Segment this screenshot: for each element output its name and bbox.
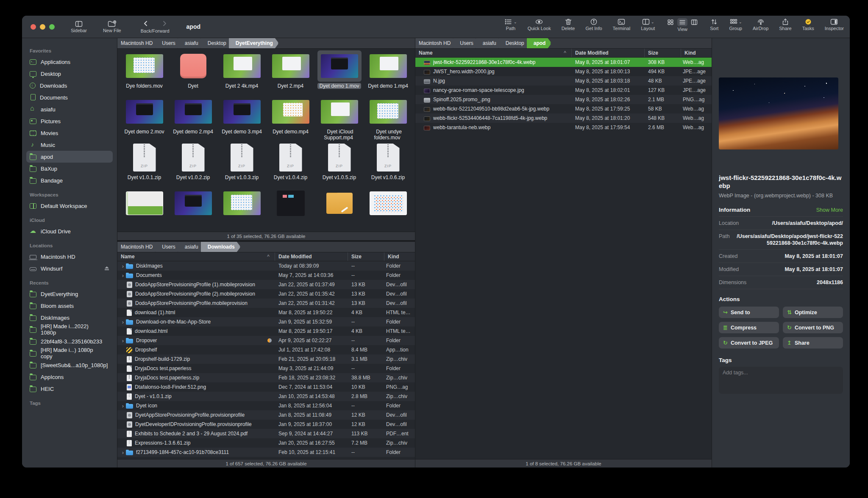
grid-file[interactable]: Dyet v1.0.1.zip — [120, 142, 169, 188]
breadcrumb-item[interactable]: asiafu — [476, 38, 502, 48]
disclosure-chevron-icon[interactable]: › — [120, 273, 126, 278]
file-row[interactable]: › f2713499-18f4-457c-ac10-91b708ce3111 F… — [117, 448, 415, 457]
sidebar-item[interactable]: Music — [26, 139, 113, 151]
sidebar-item[interactable]: Downloads — [26, 80, 113, 91]
grid-file[interactable]: Dyet v1.0.6.zip — [364, 142, 412, 188]
file-row[interactable]: › Dyet icon Jan 8, 2025 at 12:56:04 -- F… — [117, 401, 415, 410]
sidebar-item[interactable]: [SweetSub&...a10p_1080p] — [26, 359, 113, 371]
file-row[interactable]: DyetDeveloperIDProvisioningProfile.provi… — [117, 420, 415, 429]
breadcrumb-item[interactable]: Users — [155, 242, 181, 252]
file-row[interactable]: DodoAppStoreProvisioningProfile (2).mobi… — [117, 289, 415, 299]
grid-file[interactable]: Dyet demo 1.mp4 — [364, 50, 412, 96]
breadcrumb-item[interactable]: Macintosh HD — [415, 38, 456, 48]
sidebar-item[interactable]: HEIC — [26, 383, 113, 395]
zoom-window-button[interactable] — [49, 24, 55, 30]
file-row[interactable]: DyetAppStoreProvisioningProfile.provisio… — [117, 410, 415, 420]
column-header-kind[interactable]: Kind — [384, 254, 415, 260]
sidebar-item[interactable]: Desktop — [26, 68, 113, 80]
inspector-toggle-button[interactable]: Inspector — [825, 18, 844, 31]
action-button[interactable]: ↪ Send to — [719, 307, 779, 318]
close-window-button[interactable] — [31, 24, 36, 30]
quick-look-button[interactable]: Quick Look — [528, 18, 551, 31]
sidebar-item[interactable]: BaXup — [26, 163, 113, 174]
grid-file[interactable]: Dyet demo 3.mp4 — [217, 96, 266, 142]
breadcrumb-item[interactable]: Users — [453, 38, 479, 48]
eject-icon[interactable] — [104, 266, 109, 271]
share-button[interactable]: Share — [779, 18, 791, 31]
file-row[interactable]: › DiskImages Today at 08:39:09 -- Folder — [117, 261, 415, 271]
grid-file[interactable]: Dyet v1.0.2.zip — [169, 142, 217, 188]
file-row[interactable]: Expressions-1.3.6.61.zip Jan 20, 2025 at… — [117, 438, 415, 448]
tags-input[interactable]: Add tags... — [719, 367, 843, 394]
grid-file[interactable] — [315, 188, 364, 232]
airdrop-button[interactable]: AirDrop — [753, 18, 768, 31]
file-row[interactable]: Dyet - v1.0.1.zip Jan 10, 2025 at 14:53:… — [117, 392, 415, 401]
column-header-name[interactable]: Name^ — [415, 49, 572, 57]
file-row[interactable]: jwst-flickr-52259221868-30e1c78f0c-4k.we… — [415, 58, 712, 67]
sidebar-item[interactable]: [HR] Made i...) 1080p copy — [26, 347, 113, 359]
disclosure-chevron-icon[interactable]: › — [120, 338, 126, 343]
breadcrumb-item[interactable]: apod — [527, 38, 552, 48]
forward-button[interactable] — [162, 20, 167, 28]
file-row[interactable]: › Dropover Apr 9, 2025 at 02:22:27 -- Fo… — [117, 336, 415, 345]
grid-file[interactable] — [364, 188, 412, 232]
grid-file[interactable]: Dyet 2.mp4 — [266, 50, 315, 96]
column-header-date[interactable]: Date Modified — [572, 49, 645, 57]
grid-file[interactable]: Dye folders.mov — [120, 50, 169, 96]
sidebar-toggle-button[interactable]: Sidebar — [71, 20, 87, 33]
grid-file[interactable]: Dyet demo 2.mov — [120, 96, 169, 142]
show-more-link[interactable]: Show More — [816, 207, 843, 213]
file-row[interactable]: nancy-grace-roman-space-telescope.jpg Ma… — [415, 86, 712, 95]
sidebar-item[interactable]: Default Workspace — [26, 200, 113, 212]
file-row[interactable]: Exhibits to Schedule 2 and 3 - 29 August… — [117, 429, 415, 438]
breadcrumb-item[interactable]: Desktop — [201, 38, 232, 48]
breadcrumb-item[interactable]: Macintosh HD — [117, 242, 159, 252]
sidebar-item[interactable]: Movies — [26, 127, 113, 139]
column-header-kind[interactable]: Kind — [681, 50, 712, 56]
disclosure-chevron-icon[interactable]: › — [120, 403, 126, 409]
file-row[interactable]: webb-tarantula-neb.webp May 8, 2025 at 1… — [415, 123, 712, 132]
view-grid-button[interactable] — [665, 18, 676, 26]
grid-file[interactable]: Dyet 2 4k.mp4 — [217, 50, 266, 96]
action-button[interactable]: ↻ Convert to PNG — [783, 322, 843, 333]
new-file-button[interactable]: New File — [103, 20, 121, 33]
grid-file[interactable]: Dyet v1.0.3.zip — [217, 142, 266, 188]
column-header-date[interactable]: Date Modified — [275, 252, 348, 261]
sidebar-item[interactable]: Bandage — [26, 174, 113, 186]
action-button[interactable]: ⇅ Optimize — [783, 307, 843, 318]
breadcrumb-item[interactable]: Macintosh HD — [117, 38, 159, 48]
breadcrumb-item[interactable]: asiafu — [178, 38, 204, 48]
sidebar-item[interactable]: DyetEverything — [26, 288, 113, 300]
file-row[interactable]: Dtafalonso-Ios8-Finder.512.png Dec 7, 20… — [117, 382, 415, 392]
grid-file[interactable]: Dyet demo.mp4 — [266, 96, 315, 142]
terminal-button[interactable]: Terminal — [613, 18, 631, 31]
column-header-size[interactable]: Size — [645, 49, 681, 57]
file-row[interactable]: webb-flickr-52534406448-7ca1198fd5-4k-jp… — [415, 113, 712, 123]
grid-file[interactable]: Dyet iCloud Support.mp4 — [315, 96, 364, 142]
sidebar-item[interactable]: asiafu — [26, 103, 113, 115]
file-row[interactable]: Dropshelf Jul 1, 2021 at 17:42:08 8.4 MB… — [117, 345, 415, 354]
grid-file[interactable]: Dyet — [169, 50, 217, 96]
grid-file[interactable] — [266, 188, 315, 232]
file-row[interactable]: download.html Mar 8, 2025 at 19:50:17 4 … — [117, 326, 415, 336]
file-row[interactable]: Spinoff.2025.promo_.png May 8, 2025 at 1… — [415, 95, 712, 104]
grid-file[interactable]: Dyet demo 2.mp4 — [169, 96, 217, 142]
grid-file[interactable] — [169, 188, 217, 232]
file-row[interactable]: webb-flickr-52212049510-bb98d2eab6-5k-jp… — [415, 104, 712, 113]
grid-file[interactable] — [217, 188, 266, 232]
sidebar-item[interactable]: iCloud Drive — [26, 225, 113, 237]
file-row[interactable]: DryjaDocs test.paperless May 3, 2025 at … — [117, 364, 415, 373]
layout-button[interactable]: ⌄ Layout — [641, 18, 655, 31]
sidebar-item[interactable]: 22bf4af8-3...235160b233 — [26, 335, 113, 347]
sidebar-item[interactable]: AppIcons — [26, 371, 113, 383]
column-header-size[interactable]: Size — [348, 252, 384, 261]
breadcrumb-item[interactable]: Downloads — [201, 242, 241, 252]
file-row[interactable]: › Documents May 7, 2025 at 14:03:36 -- F… — [117, 271, 415, 280]
sidebar-item[interactable]: Bloom assets — [26, 300, 113, 312]
breadcrumb-item[interactable]: asiafu — [178, 242, 204, 252]
delete-button[interactable]: Delete — [562, 18, 575, 31]
grid-file[interactable]: Dyet v1.0.5.zip — [315, 142, 364, 188]
file-row[interactable]: DryjaDocs test.paperless.zip Feb 18, 202… — [117, 373, 415, 382]
view-list-button[interactable] — [677, 18, 687, 26]
breadcrumb-item[interactable]: DyetEverything — [229, 38, 279, 48]
